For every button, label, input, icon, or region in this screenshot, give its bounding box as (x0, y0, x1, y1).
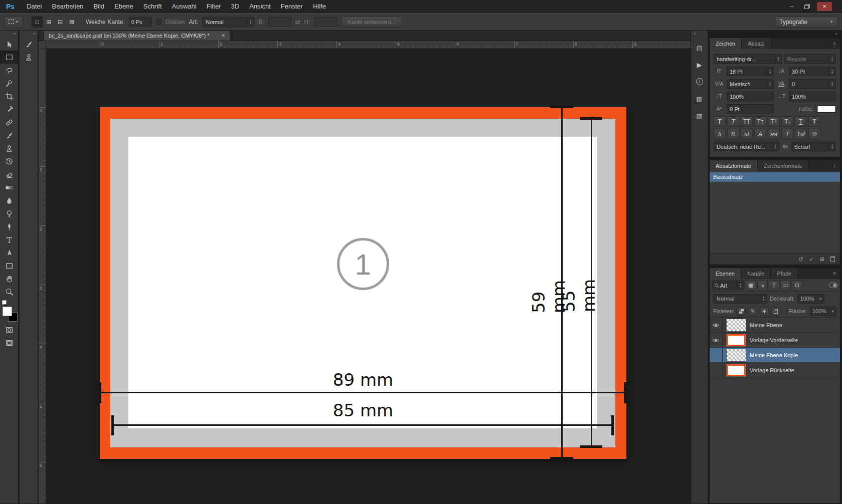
minimize-button[interactable]: – (786, 3, 797, 10)
underline-button[interactable]: T (795, 116, 807, 127)
layer-thumbnail[interactable] (726, 334, 746, 347)
panel-menu-icon[interactable]: ≡ (829, 38, 840, 49)
info-panel-icon[interactable]: i (693, 75, 707, 89)
screen-mode-button[interactable] (0, 336, 19, 349)
redefine-style-icon[interactable]: ↺ (798, 256, 803, 263)
filter-toggle-icon[interactable] (829, 283, 837, 288)
horizontal-ruler[interactable]: 0123456789 (46, 41, 691, 49)
font-size-dropdown[interactable]: 18 Pt▲▼ (727, 67, 774, 76)
antialias-checkbox[interactable] (156, 19, 161, 25)
menu-item[interactable]: Datei (22, 3, 47, 10)
pen-tool[interactable] (0, 220, 19, 233)
ruler-origin-corner[interactable] (39, 41, 46, 49)
swatches-panel-icon[interactable]: ▦ (693, 92, 707, 106)
feather-input[interactable] (129, 17, 152, 27)
font-style-dropdown[interactable]: Regular▲▼ (784, 54, 836, 64)
workspace-switcher[interactable]: Typografie ▼ (775, 17, 838, 28)
tool-preset-picker[interactable]: ▼ (4, 16, 23, 28)
style-dropdown[interactable]: Normal ▲▼ (202, 17, 254, 27)
filter-type-layers-icon[interactable]: T (769, 281, 779, 291)
subtract-from-selection-button[interactable]: ⊟ (55, 17, 66, 28)
all-caps-button[interactable]: TT (741, 116, 753, 127)
layer-row[interactable]: Meine Ebene Kopie (710, 348, 840, 363)
tab-ebenen[interactable]: Ebenen (710, 268, 741, 279)
fill-field[interactable]: 100%▼ (809, 307, 836, 316)
antialias-dropdown[interactable]: Scharf▲▼ (791, 142, 836, 151)
brush-presets-panel-icon[interactable] (20, 38, 38, 51)
leading-dropdown[interactable]: 30 Pt▲▼ (789, 67, 836, 76)
vertical-ruler[interactable]: 0123456 (39, 49, 46, 503)
blend-mode-dropdown[interactable]: Normal▲▼ (713, 294, 767, 304)
subscript-button[interactable]: T₁ (781, 116, 793, 127)
expand-panels-chevron-icon[interactable]: « (691, 31, 708, 38)
layer-row[interactable]: Vorlage Rückseite (710, 363, 840, 378)
lock-position-button[interactable]: ✚ (760, 307, 769, 316)
kerning-dropdown[interactable]: Metrisch▲▼ (727, 79, 774, 89)
collapse-dock-chevron-icon[interactable]: » (709, 31, 840, 38)
menu-item[interactable]: Ebene (109, 3, 138, 10)
intersect-selection-button[interactable]: ⊠ (66, 17, 77, 28)
clone-source-panel-icon[interactable] (20, 51, 38, 64)
font-family-dropdown[interactable]: handwriting-dr...▲▼ (714, 54, 782, 64)
eraser-tool[interactable] (0, 168, 19, 181)
lock-image-pixels-button[interactable]: ✎ (748, 307, 757, 316)
baseline-shift-field[interactable]: 0 Pt (727, 104, 774, 114)
menu-item[interactable]: Bearbeiten (47, 3, 88, 10)
vertical-scale-field[interactable]: 100% (727, 92, 774, 101)
tab-zeichenformate[interactable]: Zeichenformate (758, 160, 808, 171)
filter-adjustment-layers-icon[interactable]: ◑ (757, 281, 768, 291)
menu-item[interactable]: Filter (202, 3, 226, 10)
strikethrough-button[interactable]: T (808, 116, 820, 127)
tracking-dropdown[interactable]: 0▲▼ (789, 79, 836, 89)
tab-absatzformate[interactable]: Absatzformate (710, 160, 758, 171)
panel-menu-icon[interactable]: ≡ (829, 160, 840, 171)
hand-tool[interactable] (0, 272, 19, 285)
lasso-tool[interactable] (0, 64, 19, 77)
layer-thumbnail[interactable] (726, 319, 746, 332)
width-input[interactable] (268, 17, 291, 27)
standard-ligatures-button[interactable]: fi (714, 129, 726, 139)
zoom-tool[interactable] (0, 285, 19, 298)
panel-menu-icon[interactable]: ≡ (829, 268, 840, 279)
stylistic-alternates-button[interactable]: aa (768, 129, 780, 139)
filter-smart-objects-icon[interactable]: ⊡ (792, 281, 802, 291)
layer-thumbnail[interactable] (726, 349, 746, 362)
ordinals-button[interactable]: 1st (795, 129, 807, 139)
document-tab[interactable]: bc_2s_landscape.psd bei 100% (Meine Eben… (43, 31, 230, 41)
close-button[interactable]: × (817, 2, 832, 11)
filter-shape-layers-icon[interactable]: ▭ (780, 281, 791, 291)
collapse-chevron-icon[interactable]: » (20, 31, 38, 38)
refine-edge-button[interactable]: Kante verbessern... (342, 17, 402, 27)
layer-thumbnail[interactable] (726, 364, 746, 377)
titling-alternates-button[interactable]: T (781, 129, 793, 139)
filter-pixel-layers-icon[interactable]: ▦ (746, 281, 756, 291)
menu-item[interactable]: Bild (88, 3, 109, 10)
path-selection-tool[interactable] (0, 246, 19, 259)
collapse-chevron-icon[interactable]: » (0, 31, 18, 38)
layer-filter-dropdown[interactable]: Art ▲▼ (712, 281, 744, 290)
gradient-tool[interactable] (0, 181, 19, 194)
new-style-icon[interactable]: ⊞ (820, 256, 824, 263)
menu-item[interactable]: Auswahl (167, 3, 202, 10)
quick-mask-button[interactable] (0, 323, 19, 336)
menu-item[interactable]: Ansicht (244, 3, 276, 10)
canvas[interactable]: 1 89 mm 85 mm (46, 49, 691, 503)
eyedropper-tool[interactable] (0, 103, 19, 116)
tab-kanaele[interactable]: Kanäle (741, 268, 771, 279)
tab-absatz[interactable]: Absatz (742, 38, 771, 49)
foreground-color-swatch[interactable] (3, 307, 12, 316)
new-selection-button[interactable]: □ (32, 17, 43, 28)
crop-tool[interactable] (0, 90, 19, 103)
layer-row[interactable]: Vorlage Vorderseite (710, 333, 840, 348)
properties-panel-icon[interactable]: ▤ (693, 41, 707, 55)
quick-selection-tool[interactable] (0, 77, 19, 90)
horizontal-scale-field[interactable]: 100% (789, 92, 836, 101)
rectangular-marquee-tool[interactable] (0, 51, 19, 64)
history-brush-tool[interactable] (0, 155, 19, 168)
superscript-button[interactable]: T¹ (768, 116, 780, 127)
lock-transparent-pixels-button[interactable] (737, 307, 746, 316)
faux-bold-button[interactable]: T (714, 116, 726, 127)
tab-pfade[interactable]: Pfade (771, 268, 798, 279)
spot-healing-brush-tool[interactable] (0, 116, 19, 129)
menu-item[interactable]: 3D (226, 3, 245, 10)
